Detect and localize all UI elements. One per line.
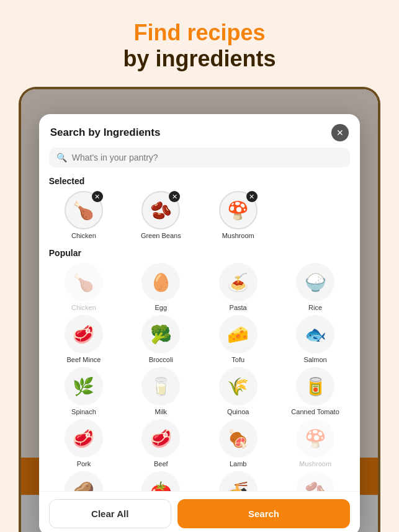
ingredient-name: Canned Tomato (291, 408, 339, 415)
ingredient-icon-wrap: 🍜 (219, 471, 258, 491)
ingredient-icon-wrap: 🥚 (141, 263, 180, 301)
ingredient-emoji: 🥩 (73, 428, 94, 449)
ingredient-emoji: 🍜 (227, 481, 249, 492)
ingredient-emoji: 🥛 (150, 376, 172, 397)
ingredient-name: Pork (77, 460, 91, 468)
ingredient-emoji: 🍅 (150, 481, 172, 492)
ingredient-icon-wrap: 🧀 (219, 315, 258, 353)
ingredient-icon-wrap: 🍄 ✕ (219, 191, 258, 229)
ingredient-name: Tofu (231, 356, 244, 363)
ingredient-name: Salmon (303, 356, 326, 363)
modal-header: Search by Ingredients ✕ (39, 114, 361, 148)
ingredient-icon-wrap: 🍅 (141, 471, 180, 491)
ingredient-name: Beef Mince (66, 356, 101, 363)
popular-grid: 🍗 Chicken 🥚 Egg 🍝 Pasta 🍚 Rice 🥩 Beef Mi… (39, 263, 361, 491)
ingredient-icon-wrap: 🥦 (141, 315, 180, 353)
ingredient-icon-wrap: 🍗 ✕ (65, 191, 103, 229)
ingredient-icon-wrap: 🫘 (296, 471, 334, 491)
clear-all-button[interactable]: Clear All (49, 499, 171, 528)
ingredient-emoji: 🍄 (227, 200, 249, 221)
popular-ingredient-item[interactable]: 🍅 Tomato (123, 471, 198, 491)
ingredient-emoji: 🐟 (305, 324, 326, 345)
selected-ingredient-item[interactable]: 🫘 ✕ Green Beans (123, 191, 198, 239)
popular-ingredient-item[interactable]: 🍖 Lamb (201, 419, 276, 468)
ingredient-icon-wrap: 🫘 ✕ (141, 191, 180, 229)
ingredient-name: Quinoa (227, 408, 249, 415)
header-line1-find: Find recipes (133, 20, 265, 45)
popular-ingredient-item[interactable]: 🫘 Green Beans (278, 471, 352, 491)
ingredient-icon-wrap: 🥛 (141, 367, 180, 406)
selected-ingredient-item[interactable]: 🍗 ✕ Chicken (47, 191, 121, 239)
popular-ingredient-item[interactable]: 🍄 Mushroom (278, 419, 352, 468)
ingredient-name: Spinach (71, 408, 96, 415)
popular-ingredient-item[interactable]: 🥦 Broccoli (123, 315, 198, 363)
popular-ingredient-item[interactable]: 🥔 Potato (47, 471, 121, 491)
ingredient-icon-wrap: 🌾 (219, 367, 258, 406)
popular-ingredient-item[interactable]: 🌿 Spinach (47, 367, 121, 415)
ingredient-emoji: 🥫 (305, 376, 326, 397)
remove-badge[interactable]: ✕ (169, 191, 180, 202)
ingredient-icon-wrap: 🌿 (65, 367, 103, 406)
ingredient-icon-wrap: 🍄 (296, 419, 334, 458)
page-header: Find recipes by ingredients (0, 0, 399, 83)
ingredient-icon-wrap: 🍚 (296, 263, 334, 301)
ingredient-name: Mushroom (299, 460, 331, 468)
modal-footer: Clear All Search (39, 491, 361, 532)
ingredient-emoji: 🍚 (305, 272, 326, 293)
ingredient-name: Mushroom (222, 232, 254, 239)
ingredient-emoji: 🍝 (227, 272, 249, 293)
ingredient-emoji: 🥦 (150, 324, 172, 345)
modal-title: Search by Ingredients (50, 126, 161, 139)
popular-ingredient-item[interactable]: 🐟 Salmon (278, 315, 352, 363)
remove-badge[interactable]: ✕ (92, 191, 103, 202)
popular-ingredient-item[interactable]: 🍗 Chicken (47, 263, 121, 311)
ingredient-icon-wrap: 🥩 (141, 419, 180, 458)
ingredient-emoji: 🥩 (73, 324, 94, 345)
ingredient-name: Green Beans (141, 232, 181, 239)
ingredient-emoji: 🌿 (73, 376, 94, 397)
search-button[interactable]: Search (177, 499, 351, 528)
modal-content: Selected 🍗 ✕ Chicken 🫘 ✕ Green Beans 🍄 ✕… (39, 174, 361, 491)
popular-ingredient-item[interactable]: 🧀 Tofu (201, 315, 276, 363)
header-line2: by ingredients (12, 46, 387, 72)
ingredient-name: Chicken (71, 232, 96, 239)
ingredient-emoji: 🍗 (73, 200, 94, 221)
selected-ingredient-item[interactable]: 🍄 ✕ Mushroom (201, 191, 276, 239)
popular-ingredient-item[interactable]: 🍚 Rice (278, 263, 352, 311)
popular-label: Popular (39, 246, 361, 263)
ingredient-icon-wrap: 🥩 (65, 419, 103, 458)
ingredient-icon-wrap: 🥫 (296, 367, 334, 406)
popular-ingredient-item[interactable]: 🥩 Pork (47, 419, 121, 468)
popular-ingredient-item[interactable]: 🥩 Beef Mince (47, 315, 121, 363)
ingredient-icon-wrap: 🍗 (65, 263, 103, 301)
popular-ingredient-item[interactable]: 🍜 Noodles (201, 471, 276, 491)
search-icon: 🔍 (56, 153, 67, 162)
ingredient-emoji: 🥔 (73, 481, 94, 492)
search-modal: Search by Ingredients ✕ 🔍 Selected 🍗 ✕ C… (39, 114, 361, 532)
popular-ingredient-item[interactable]: 🥫 Canned Tomato (278, 367, 352, 415)
popular-ingredient-item[interactable]: 🌾 Quinoa (201, 367, 276, 415)
ingredient-icon-wrap: 🥔 (65, 471, 103, 491)
ingredient-name: Egg (155, 304, 168, 311)
ingredient-emoji: 🥩 (150, 428, 172, 449)
popular-ingredient-item[interactable]: 🥚 Egg (123, 263, 198, 311)
selected-grid: 🍗 ✕ Chicken 🫘 ✕ Green Beans 🍄 ✕ Mushroom (39, 191, 361, 239)
modal-overlay: Search by Ingredients ✕ 🔍 Selected 🍗 ✕ C… (21, 89, 378, 532)
ingredient-emoji: 🍄 (305, 428, 326, 449)
ingredient-emoji: 🫘 (150, 200, 172, 221)
ingredient-name: Pasta (230, 304, 247, 311)
remove-badge[interactable]: ✕ (246, 191, 258, 202)
popular-ingredient-item[interactable]: 🍝 Pasta (201, 263, 276, 311)
popular-ingredient-item[interactable]: 🥩 Beef (123, 419, 198, 468)
ingredient-icon-wrap: 🍝 (219, 263, 258, 301)
ingredient-icon-wrap: 🍖 (219, 419, 258, 458)
selected-label: Selected (39, 174, 361, 191)
ingredient-emoji: 🧀 (227, 324, 249, 345)
pantry-search-box[interactable]: 🔍 (49, 148, 351, 167)
close-button[interactable]: ✕ (331, 124, 349, 141)
popular-ingredient-item[interactable]: 🥛 Milk (123, 367, 198, 415)
ingredient-name: Milk (155, 408, 168, 415)
ingredient-emoji: 🥚 (150, 272, 172, 293)
pantry-search-input[interactable] (72, 153, 343, 162)
ingredient-name: Lamb (230, 460, 247, 468)
